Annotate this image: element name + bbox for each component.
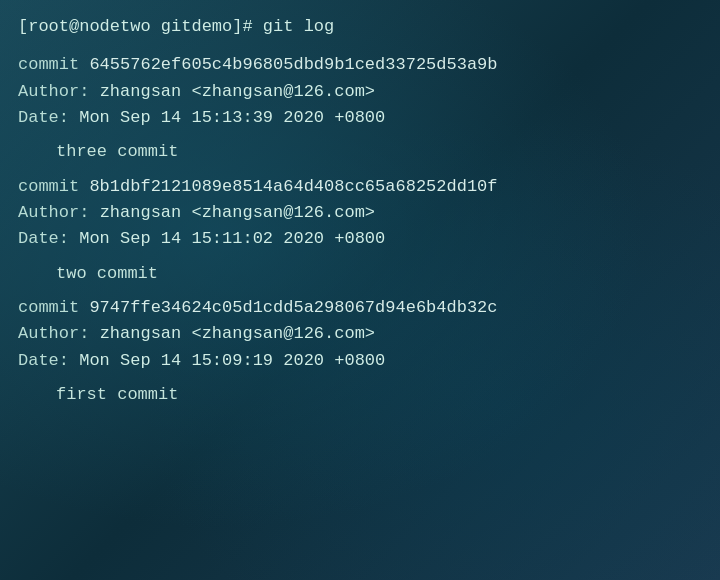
commit-block-3: commit 9747ffe34624c05d1cdd5a298067d94e6… xyxy=(18,295,702,408)
commit-label-3: commit xyxy=(18,298,79,317)
commit-message-1: three commit xyxy=(56,139,702,165)
author-label-2: Author: xyxy=(18,203,89,222)
terminal-prompt: [root@nodetwo gitdemo]# git log xyxy=(18,14,702,40)
commit-date-line-1: Date: Mon Sep 14 15:13:39 2020 +0800 xyxy=(18,105,702,131)
date-label-1: Date: xyxy=(18,108,69,127)
commit-author-line-2: Author: zhangsan <zhangsan@126.com> xyxy=(18,200,702,226)
date-value-3: Mon Sep 14 15:09:19 2020 +0800 xyxy=(79,351,385,370)
author-label-3: Author: xyxy=(18,324,89,343)
commit-hash-line-1: commit 6455762ef605c4b96805dbd9b1ced3372… xyxy=(18,52,702,78)
date-value-1: Mon Sep 14 15:13:39 2020 +0800 xyxy=(79,108,385,127)
commit-hash-2: 8b1dbf2121089e8514a64d408cc65a68252dd10f xyxy=(89,177,497,196)
author-value-2: zhangsan <zhangsan@126.com> xyxy=(100,203,375,222)
commit-hash-line-2: commit 8b1dbf2121089e8514a64d408cc65a682… xyxy=(18,174,702,200)
commit-label-2: commit xyxy=(18,177,79,196)
date-label-2: Date: xyxy=(18,229,69,248)
commit-author-line-1: Author: zhangsan <zhangsan@126.com> xyxy=(18,79,702,105)
date-value-2: Mon Sep 14 15:11:02 2020 +0800 xyxy=(79,229,385,248)
commit-block-2: commit 8b1dbf2121089e8514a64d408cc65a682… xyxy=(18,174,702,287)
commit-date-line-2: Date: Mon Sep 14 15:11:02 2020 +0800 xyxy=(18,226,702,252)
commit-message-3: first commit xyxy=(56,382,702,408)
author-value-3: zhangsan <zhangsan@126.com> xyxy=(100,324,375,343)
author-value-1: zhangsan <zhangsan@126.com> xyxy=(100,82,375,101)
commit-hash-3: 9747ffe34624c05d1cdd5a298067d94e6b4db32c xyxy=(89,298,497,317)
commit-message-2: two commit xyxy=(56,261,702,287)
commit-block-1: commit 6455762ef605c4b96805dbd9b1ced3372… xyxy=(18,52,702,165)
commit-label-1: commit xyxy=(18,55,79,74)
commit-author-line-3: Author: zhangsan <zhangsan@126.com> xyxy=(18,321,702,347)
commit-date-line-3: Date: Mon Sep 14 15:09:19 2020 +0800 xyxy=(18,348,702,374)
commit-hash-1: 6455762ef605c4b96805dbd9b1ced33725d53a9b xyxy=(89,55,497,74)
author-label-1: Author: xyxy=(18,82,89,101)
date-label-3: Date: xyxy=(18,351,69,370)
commit-hash-line-3: commit 9747ffe34624c05d1cdd5a298067d94e6… xyxy=(18,295,702,321)
